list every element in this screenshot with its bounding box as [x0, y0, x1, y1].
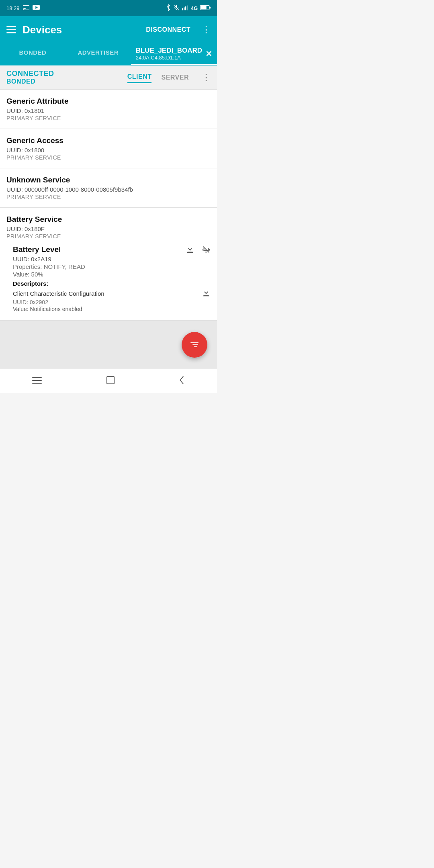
- char-uuid: UUID: 0x2A19: [13, 256, 211, 262]
- svg-rect-6: [184, 7, 184, 10]
- device-mac: 24:0A:C4:85:D1:1A: [136, 55, 202, 61]
- char-name: Battery Level: [13, 245, 61, 254]
- char-properties: Properties: NOTIFY, READ: [13, 263, 211, 270]
- service-name: Generic Access: [6, 136, 211, 145]
- service-name: Generic Attribute: [6, 97, 211, 106]
- char-value: Value: 50%: [13, 271, 211, 278]
- more-options-icon[interactable]: ⋮: [202, 25, 211, 35]
- svg-rect-11: [201, 6, 207, 9]
- descriptor-download-icon[interactable]: [202, 289, 211, 299]
- notify-crossed-icon[interactable]: [202, 245, 211, 254]
- sub-more-options-icon[interactable]: ⋮: [202, 72, 211, 83]
- service-uuid: UUID: 0x180F: [6, 225, 211, 232]
- service-unknown[interactable]: Unknown Service UUID: 000000ff-0000-1000…: [0, 168, 217, 208]
- descriptor-client-config[interactable]: Client Characteristic Configuration UUID…: [13, 289, 211, 312]
- tab-bonded[interactable]: BONDED: [0, 43, 66, 65]
- status-bar: 18:29 4G: [0, 0, 217, 16]
- service-generic-attribute[interactable]: Generic Attribute UUID: 0x1801 PRIMARY S…: [0, 90, 217, 129]
- mute-icon: [173, 4, 180, 12]
- service-type: PRIMARY SERVICE: [6, 194, 211, 200]
- connected-label: CONNECTED: [6, 70, 127, 78]
- service-uuid: UUID: 000000ff-0000-1000-8000-00805f9b34…: [6, 186, 211, 193]
- svg-rect-8: [187, 5, 188, 10]
- bonded-label: BONDED: [6, 78, 127, 85]
- app-title: Devices: [23, 24, 139, 36]
- svg-rect-15: [32, 380, 42, 381]
- status-right: 4G: [166, 4, 211, 12]
- filter-icon: [190, 342, 199, 347]
- service-name: Battery Service: [6, 215, 211, 224]
- tab-server[interactable]: SERVER: [161, 72, 189, 83]
- close-device-tab-icon[interactable]: ✕: [205, 49, 212, 59]
- service-type: PRIMARY SERVICE: [6, 115, 211, 121]
- tab-advertiser[interactable]: ADVERTISER: [66, 43, 131, 65]
- nav-back-icon[interactable]: [179, 376, 185, 387]
- disconnect-button[interactable]: DISCONNECT: [146, 26, 190, 33]
- nav-menu-icon[interactable]: [32, 376, 42, 387]
- nav-home-icon[interactable]: [106, 376, 115, 387]
- service-list: Generic Attribute UUID: 0x1801 PRIMARY S…: [0, 90, 217, 321]
- network-label: 4G: [191, 5, 198, 11]
- signal-icon: [182, 5, 188, 12]
- service-name: Unknown Service: [6, 176, 211, 184]
- characteristic-battery-level[interactable]: Battery Level UUID: 0x2A19 Properties: N…: [0, 240, 217, 321]
- descriptor-name: Client Characteristic Configuration: [13, 289, 211, 299]
- descriptor-value: Value: Notifications enabled: [13, 306, 211, 312]
- device-info: BLUE_JEDI_BOARD 24:0A:C4:85:D1:1A: [136, 47, 202, 61]
- connection-bar: CONNECTED BONDED CLIENT SERVER ⋮: [0, 66, 217, 90]
- svg-rect-13: [203, 295, 209, 296]
- screen-cast-icon: [23, 5, 29, 12]
- svg-rect-14: [32, 377, 42, 378]
- svg-rect-7: [185, 6, 186, 10]
- status-time: 18:29: [6, 5, 20, 11]
- svg-rect-12: [187, 252, 193, 253]
- svg-rect-10: [209, 6, 211, 8]
- service-type: PRIMARY SERVICE: [6, 233, 211, 240]
- download-icon[interactable]: [186, 245, 194, 254]
- youtube-icon: [33, 5, 40, 11]
- tab-active-device[interactable]: BLUE_JEDI_BOARD 24:0A:C4:85:D1:1A ✕: [131, 43, 217, 65]
- service-uuid: UUID: 0x1800: [6, 147, 211, 154]
- svg-rect-5: [182, 8, 183, 10]
- fab-button[interactable]: [182, 332, 207, 358]
- descriptors-label: Descriptors:: [13, 280, 211, 287]
- app-bar: Devices DISCONNECT ⋮: [0, 16, 217, 43]
- nav-bar: [0, 369, 217, 393]
- char-header: Battery Level: [13, 245, 211, 254]
- battery-icon: [200, 5, 211, 12]
- descriptor-uuid: UUID: 0x2902: [13, 299, 211, 305]
- sub-tab-bar: CLIENT SERVER ⋮: [127, 72, 211, 83]
- bottom-area: [0, 321, 217, 369]
- bluetooth-icon: [166, 4, 171, 12]
- service-battery[interactable]: Battery Service UUID: 0x180F PRIMARY SER…: [0, 208, 217, 240]
- svg-rect-17: [107, 376, 114, 383]
- connection-status: CONNECTED BONDED: [6, 70, 127, 85]
- tab-bar-top: BONDED ADVERTISER BLUE_JEDI_BOARD 24:0A:…: [0, 43, 217, 66]
- char-icons: [186, 245, 211, 254]
- service-uuid: UUID: 0x1801: [6, 107, 211, 114]
- device-name: BLUE_JEDI_BOARD: [136, 47, 202, 55]
- hamburger-menu-icon[interactable]: [6, 26, 16, 33]
- tab-client[interactable]: CLIENT: [127, 72, 152, 83]
- svg-rect-16: [32, 383, 42, 384]
- service-type: PRIMARY SERVICE: [6, 154, 211, 161]
- status-left: 18:29: [6, 5, 40, 12]
- service-generic-access[interactable]: Generic Access UUID: 0x1800 PRIMARY SERV…: [0, 129, 217, 168]
